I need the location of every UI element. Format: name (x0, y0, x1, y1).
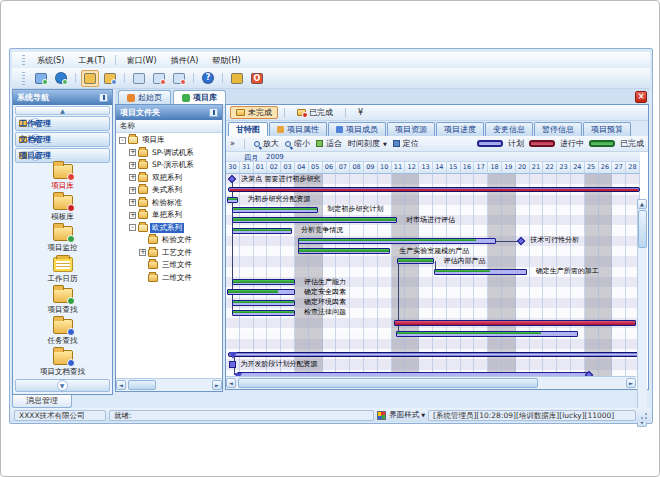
expand-icon[interactable]: + (129, 199, 136, 206)
pin-icon[interactable] (99, 93, 108, 102)
sidebar-group-0[interactable]: 工作管理▼ (15, 116, 110, 131)
power-icon[interactable]: O (248, 70, 266, 87)
task-bar[interactable] (232, 228, 292, 234)
expand-icon[interactable]: + (139, 249, 146, 256)
zoom-in-button[interactable]: 放大 (254, 138, 279, 149)
sidebar-item-工作日历[interactable]: 工作日历 (13, 257, 112, 287)
collapse-icon[interactable]: - (129, 224, 136, 231)
sidebar-item-项目库[interactable]: 项目库 (13, 164, 112, 194)
tree-item-双把系列[interactable]: +双把系列 (116, 172, 222, 185)
tab-项目进度[interactable]: 项目进度 (436, 122, 484, 136)
sidebar-item-项目查找[interactable]: 项目查找 (13, 288, 112, 318)
tree-item-检验文件[interactable]: 检验文件 (116, 234, 222, 247)
tree-hscroll-thumb[interactable] (128, 380, 156, 390)
task-bar[interactable] (394, 320, 636, 326)
filter-more-button[interactable]: ¥ (352, 106, 369, 119)
tree-item-检验标准[interactable]: +检验标准 (116, 197, 222, 210)
toolbar-overflow[interactable]: » (230, 139, 235, 148)
task-bar[interactable] (298, 238, 497, 244)
tree-item-三维文件[interactable]: 三维文件 (116, 259, 222, 272)
tab-项目预算[interactable]: 项目预算 (583, 122, 631, 136)
task-bar[interactable] (434, 269, 526, 275)
sidebar-item-项目文档查找[interactable]: 项目文档查找 (13, 350, 112, 380)
collapse-icon[interactable]: - (119, 137, 126, 144)
tab-项目资源[interactable]: 项目资源 (387, 122, 435, 136)
task-bar[interactable] (397, 258, 434, 264)
task-bar[interactable] (227, 289, 295, 295)
zoom-out-button[interactable]: 缩小 (285, 138, 310, 149)
tab-项目成员[interactable]: 项目成员 (328, 122, 386, 136)
project-folder-icon[interactable] (81, 70, 99, 87)
task-bar[interactable] (232, 300, 295, 306)
gantt-vscrollbar[interactable]: ▲ ▼ (637, 199, 647, 427)
menu-item-1[interactable]: 工具(T) (71, 54, 112, 67)
pin-icon[interactable] (209, 108, 218, 117)
form-del-icon[interactable] (170, 70, 188, 87)
task-bar[interactable] (232, 279, 295, 285)
globe-icon[interactable] (52, 70, 70, 87)
form-add-icon[interactable] (150, 70, 168, 87)
scroll-up-icon[interactable]: ▲ (637, 199, 647, 209)
sidebar-partial-group[interactable]: ▼ (15, 379, 110, 392)
expand-icon[interactable]: + (129, 212, 136, 219)
tab-message-management[interactable]: 消息管理 (12, 395, 72, 408)
sidebar-item-模板库[interactable]: 模板库 (13, 195, 112, 225)
help-icon[interactable]: ? (199, 70, 217, 87)
tree-item-二维文件[interactable]: 二维文件 (116, 272, 222, 285)
expand-icon[interactable]: + (129, 174, 136, 181)
form-icon[interactable] (130, 70, 148, 87)
sidebar-item-项目监控[interactable]: 项目监控 (13, 226, 112, 256)
sidebar-item-任务查找[interactable]: 任务查找 (13, 319, 112, 349)
menu-item-3[interactable]: 插件(A) (164, 54, 206, 67)
lock-icon[interactable] (228, 70, 246, 87)
fit-button[interactable]: 适合 (316, 138, 342, 149)
expand-icon[interactable]: + (129, 187, 136, 194)
close-icon[interactable]: × (635, 91, 647, 103)
task-bar[interactable] (232, 207, 318, 213)
scroll-left-icon[interactable]: ◄ (226, 378, 236, 388)
tree-item-SP-调试机系[interactable]: +SP-调试机系 (116, 147, 222, 160)
tree-item-美式系列[interactable]: +美式系列 (116, 184, 222, 197)
sidebar-group-1[interactable]: 文档管理▼ (15, 132, 110, 147)
tree-item-SP-演示机系[interactable]: +SP-演示机系 (116, 159, 222, 172)
tab-暂停信息[interactable]: 暂停信息 (534, 122, 582, 136)
template-folder-icon[interactable] (101, 70, 119, 87)
milestone-icon[interactable] (229, 361, 236, 368)
tab-甘特图[interactable]: 甘特图 (228, 122, 268, 136)
toolbar-grip[interactable] (22, 72, 25, 85)
tree-item-项目库[interactable]: -项目库 (116, 134, 222, 147)
menu-item-4[interactable]: 帮助(H) (205, 54, 247, 67)
task-bar[interactable] (232, 310, 295, 316)
locate-button[interactable]: 定位 (393, 138, 419, 149)
summary-bar[interactable] (228, 187, 640, 192)
summary-bar[interactable] (228, 352, 640, 357)
expand-icon[interactable]: + (129, 162, 136, 169)
task-bar[interactable] (232, 217, 397, 223)
scroll-left-icon[interactable]: ◄ (116, 380, 126, 390)
task-bar[interactable] (227, 197, 238, 203)
filter-已完成[interactable]: 已完成 (291, 106, 339, 119)
task-bar[interactable] (396, 331, 578, 337)
scroll-right-icon[interactable]: ► (212, 380, 222, 390)
menu-item-2[interactable]: 窗口(W) (119, 54, 163, 67)
expand-icon[interactable]: + (129, 149, 136, 156)
filter-未完成[interactable]: 未完成 (230, 106, 278, 119)
chevron-down-icon[interactable]: ▼ (57, 380, 68, 391)
timescale-dropdown[interactable]: 时间刻度▼ (348, 138, 387, 149)
tab-起始页[interactable]: 起始页 (118, 90, 171, 104)
task-bar[interactable] (298, 248, 390, 254)
tree-item-欧式系列[interactable]: -欧式系列 (116, 222, 222, 235)
tab-项目属性[interactable]: 项目属性 (269, 122, 327, 136)
gantt-vscroll-thumb[interactable] (638, 210, 647, 248)
tree-hscrollbar[interactable]: ◄ ► (116, 378, 222, 391)
interface-style-button[interactable]: 界面样式▼ (389, 410, 425, 420)
menubar-grip[interactable] (22, 55, 25, 65)
tree-item-工艺文件[interactable]: +工艺文件 (116, 247, 222, 260)
tab-项目库[interactable]: 项目库 (173, 90, 226, 104)
gantt-hscrollbar[interactable]: ◄ ► (226, 376, 636, 389)
gantt-hscroll-thumb[interactable] (238, 378, 538, 388)
menu-item-0[interactable]: 系统(S) (30, 54, 71, 67)
tab-变更信息[interactable]: 变更信息 (485, 122, 533, 136)
resize-grip[interactable] (639, 411, 648, 420)
sidebar-scroll-up[interactable]: ▲ (15, 106, 110, 115)
